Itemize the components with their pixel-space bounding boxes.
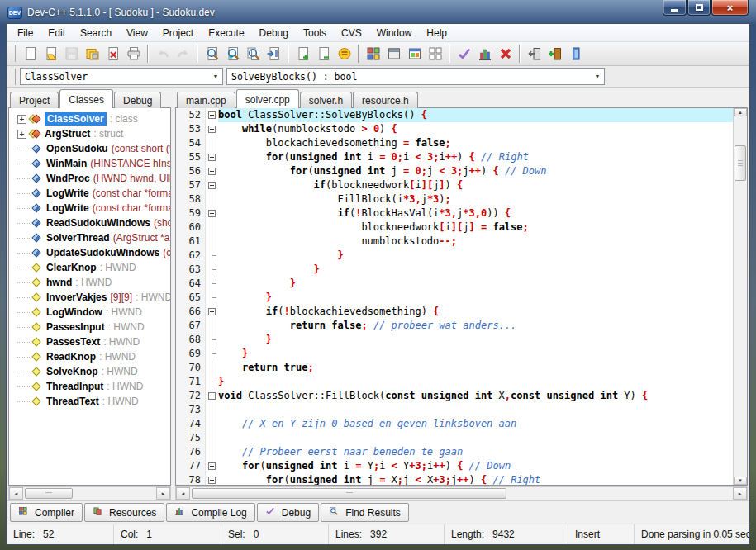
project-properties-button[interactable] (334, 44, 354, 64)
fold-collapse-icon[interactable] (208, 210, 216, 217)
scrollbar-thumb[interactable] (192, 488, 506, 499)
fold-margin[interactable] (206, 375, 218, 389)
fold-margin[interactable] (206, 263, 218, 277)
bottom-tab-find-results[interactable]: Find Results (321, 503, 409, 522)
tree-item-logwrite[interactable]: LogWrite(const char *forma (9, 201, 170, 216)
tab-classes[interactable]: Classes (59, 89, 113, 108)
tree-item-passesinput[interactable]: PassesInput: HWND (9, 320, 170, 334)
scroll-up-icon[interactable]: ▴ (734, 108, 747, 116)
code-editor[interactable]: 52bool ClassSolver::SolveByBlocks() {53 … (176, 108, 733, 485)
import-door-button[interactable] (544, 44, 565, 64)
debug-check-button[interactable] (454, 44, 474, 64)
menu-cvs[interactable]: CVS (334, 24, 369, 41)
menu-search[interactable]: Search (73, 24, 119, 41)
fold-margin[interactable] (206, 305, 218, 319)
find-button[interactable] (202, 44, 222, 64)
fold-margin[interactable] (206, 459, 218, 473)
tree-item-updatesudokuwindows[interactable]: UpdateSudokuWindows(c (9, 245, 170, 260)
scroll-right-icon[interactable]: ▸ (156, 487, 170, 500)
tab-debug[interactable]: Debug (114, 92, 161, 108)
fold-collapse-icon[interactable] (208, 154, 216, 161)
save-button[interactable] (61, 44, 82, 64)
fold-margin[interactable] (206, 108, 218, 122)
fold-margin[interactable] (206, 235, 218, 249)
tree-item-solveknop[interactable]: SolveKnop: HWND (9, 364, 170, 379)
fold-collapse-icon[interactable] (208, 477, 216, 484)
expand-icon[interactable]: + (17, 130, 26, 139)
fold-collapse-icon[interactable] (208, 182, 216, 189)
compile-button[interactable] (363, 44, 383, 64)
menu-execute[interactable]: Execute (201, 24, 251, 41)
compile-and-run-button[interactable] (404, 44, 425, 64)
editor-tab-main-cpp[interactable]: main.cpp (177, 92, 235, 108)
scroll-left-icon[interactable]: ◂ (176, 487, 190, 500)
editor-tab-solver-h[interactable]: solver.h (300, 92, 352, 108)
redo-button[interactable] (173, 44, 193, 64)
tree-item-winmain[interactable]: WinMain(HINSTANCE hInsta (9, 156, 170, 171)
fold-margin[interactable] (206, 122, 218, 136)
tree-item-readknop[interactable]: ReadKnop: HWND (9, 349, 170, 364)
fold-margin[interactable] (206, 389, 218, 403)
editor-tab-solver-cpp[interactable]: solver.cpp (236, 89, 299, 108)
tree-item-opensudoku[interactable]: OpenSudoku(const short (* (9, 141, 170, 156)
tree-item-logwrite[interactable]: LogWrite(const char *forma (9, 186, 170, 201)
print-button[interactable] (123, 44, 144, 64)
tree-item-threadinput[interactable]: ThreadInput: HWND (9, 379, 170, 394)
open-project-button[interactable] (40, 44, 61, 64)
bottom-tab-resources[interactable]: Resources (84, 503, 164, 522)
exit-door-button[interactable] (524, 44, 544, 64)
tree-item-readsudokuwindows[interactable]: ReadSudokuWindows(sho (9, 216, 170, 230)
fold-margin[interactable] (206, 249, 218, 263)
tab-project[interactable]: Project (10, 92, 59, 108)
class-combo[interactable]: ClassSolver ▼ (20, 68, 223, 85)
menu-window[interactable]: Window (369, 24, 420, 41)
rebuild-all-button[interactable] (425, 44, 445, 64)
tree-item-clearknop[interactable]: ClearKnop: HWND (9, 260, 170, 275)
tree-item-argstruct[interactable]: +ArgStruct: struct (9, 126, 170, 141)
fold-margin[interactable] (206, 206, 218, 220)
fold-margin[interactable] (206, 403, 218, 417)
expand-icon[interactable]: + (17, 115, 26, 124)
tree-item-hwnd[interactable]: hwnd: HWND (9, 275, 170, 290)
fold-margin[interactable] (206, 431, 218, 445)
left-panel-hscrollbar[interactable]: ◂ ▸ (8, 486, 171, 500)
replace-button[interactable] (222, 44, 243, 64)
bottom-tab-compile-log[interactable]: Compile Log (166, 503, 254, 522)
member-combo[interactable]: SolveByBlocks() : bool ▼ (226, 68, 605, 85)
new-file-button[interactable] (20, 44, 40, 64)
menu-help[interactable]: Help (419, 24, 454, 41)
fold-margin[interactable] (206, 164, 218, 178)
fold-margin[interactable] (206, 150, 218, 164)
fold-collapse-icon[interactable] (208, 308, 216, 315)
menu-debug[interactable]: Debug (252, 24, 296, 41)
scroll-left-icon[interactable]: ◂ (9, 487, 23, 500)
title-bar[interactable]: DEV Dev-C++ 5.1.1.0 - [ Sudoku ] - Sudok… (6, 0, 750, 23)
scroll-down-icon[interactable]: ▾ (734, 477, 747, 485)
bottom-tab-debug[interactable]: Debug (257, 503, 319, 522)
bookmark-button[interactable] (565, 44, 586, 64)
scroll-right-icon[interactable]: ▸ (733, 487, 747, 500)
fold-margin[interactable] (206, 178, 218, 192)
fold-margin[interactable] (206, 319, 218, 333)
tree-item-invoervakjes[interactable]: InvoerVakjes[9][9]: HWND (9, 290, 170, 305)
menu-edit[interactable]: Edit (40, 24, 73, 41)
fold-margin[interactable] (206, 333, 218, 347)
menu-project[interactable]: Project (155, 24, 201, 41)
close-button[interactable]: × (711, 0, 749, 16)
fold-collapse-icon[interactable] (208, 111, 216, 119)
fold-margin[interactable] (206, 417, 218, 431)
goto-function-button[interactable] (264, 44, 284, 64)
save-all-button[interactable] (82, 44, 102, 64)
tree-item-threadtext[interactable]: ThreadText: HWND (9, 394, 170, 409)
scrollbar-thumb[interactable] (25, 488, 73, 499)
chevron-down-icon[interactable]: ▼ (591, 73, 604, 79)
fold-margin[interactable] (206, 291, 218, 305)
stop-execution-button[interactable] (495, 44, 516, 64)
editor-vscrollbar[interactable]: ▴ ▾ (733, 108, 747, 485)
fold-margin[interactable] (206, 192, 218, 206)
new-source-button[interactable] (292, 44, 313, 64)
undo-button[interactable] (152, 44, 173, 64)
tree-item-solverthread[interactable]: SolverThread(ArgStruct *a (9, 230, 170, 245)
fold-collapse-icon[interactable] (208, 168, 216, 175)
maximize-button[interactable] (687, 0, 711, 16)
